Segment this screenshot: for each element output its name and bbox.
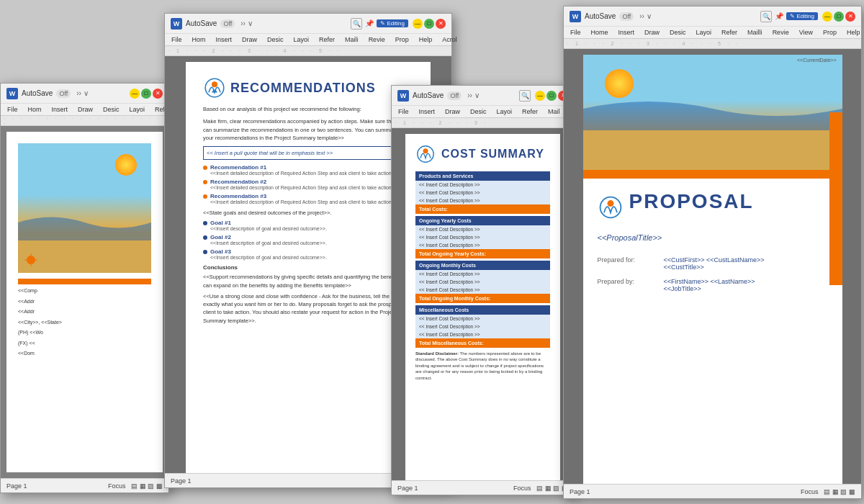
r2-prop[interactable]: Prop — [393, 35, 411, 44]
r4-refer[interactable]: Refer — [719, 28, 739, 37]
proposal-sand — [583, 130, 842, 170]
cost-section-monthly: Ongoing Monthly Costs << Insert Cost Des… — [415, 261, 550, 303]
maximize-button-1[interactable]: □ — [141, 89, 151, 99]
r4-layout[interactable]: Layoi — [694, 28, 714, 37]
word-window-3[interactable]: W AutoSave Off ›› ∨ 🔍 — □ ✕ File Insert … — [391, 85, 575, 495]
proposal-accent-bar — [829, 112, 842, 285]
ribbon-layout-1[interactable]: Layoi — [127, 105, 148, 114]
r2-insert[interactable]: Insert — [214, 35, 235, 44]
focus-label-3[interactable]: Focus — [513, 485, 531, 492]
r4-view[interactable]: View — [797, 28, 815, 37]
yearly-header: Ongoing Yearly Costs — [415, 216, 550, 225]
r3-insert[interactable]: Insert — [417, 107, 438, 116]
title-bar-3: W AutoSave Off ›› ∨ 🔍 — □ ✕ — [392, 86, 574, 106]
ribbon-file-1[interactable]: File — [5, 105, 20, 114]
page-number-2: Page 1 — [171, 477, 192, 485]
autosave-toggle-4[interactable]: Off — [619, 12, 634, 21]
r2-file[interactable]: File — [169, 35, 184, 44]
disclaimer-label: Standard Disclaimer: — [415, 351, 459, 356]
r3-file[interactable]: File — [396, 107, 411, 116]
close-button-1[interactable]: ✕ — [153, 89, 163, 99]
products-header: Products and Services — [415, 171, 550, 181]
prepared-for-label: Prepared for: — [598, 256, 655, 271]
more-button-4[interactable]: ›› ∨ — [637, 12, 653, 20]
close-button-4[interactable]: ✕ — [845, 12, 855, 22]
r4-insert[interactable]: Insert — [616, 28, 637, 37]
yearly-total: Total Ongoing Yearly Costs: — [415, 249, 550, 258]
status-bar-1: Page 1 Focus ▤ ▦ ▨ ▩ — [1, 478, 168, 492]
search-box-3[interactable]: 🔍 — [519, 90, 531, 102]
r3-layout[interactable]: Layoi — [495, 107, 515, 116]
word-window-4[interactable]: W AutoSave Off ›› ∨ 🔍 📌 ✎ Editing — □ ✕ … — [563, 6, 862, 499]
minimize-button-2[interactable]: — — [413, 19, 423, 29]
r2-home[interactable]: Hom — [190, 35, 208, 44]
r4-file[interactable]: File — [568, 28, 583, 37]
monthly-row-2: << Insert Cost Description >> — [415, 278, 550, 286]
autosave-toggle-1[interactable]: Off — [56, 89, 71, 98]
r2-layout[interactable]: Layoi — [292, 35, 312, 44]
r2-design[interactable]: Desic — [265, 35, 286, 44]
prepared-for-field: Prepared for: <<CustFirst>> <<CustLastNa… — [598, 256, 828, 271]
r3-design[interactable]: Desic — [468, 107, 489, 116]
focus-label-4[interactable]: Focus — [801, 488, 819, 495]
editing-badge-2: ✎ Editing — [377, 19, 408, 27]
goal-item-3: Goal #3 <<Insert description of goal and… — [203, 248, 413, 260]
search-box-2[interactable]: 🔍 — [351, 18, 362, 30]
r3-mail[interactable]: Mail — [546, 107, 562, 116]
doc1-field-5: (PH) <<Wo — [18, 329, 151, 337]
rec-heading: RECOMMENDATIONS — [230, 81, 376, 96]
more-button-2[interactable]: ›› ∨ — [238, 19, 254, 27]
rec-highlight: << Insert a pull quote that will be in e… — [203, 146, 413, 160]
cost-section-products: Products and Services << Insert Cost Des… — [415, 171, 550, 214]
r4-design[interactable]: Desic — [667, 28, 688, 37]
view-icons-1: ▤ ▦ ▨ ▩ — [131, 482, 163, 490]
ribbon-3: File Insert Draw Desic Layoi Refer Mail … — [392, 106, 574, 118]
ribbon-insert-1[interactable]: Insert — [50, 105, 71, 114]
doc-page-1: <<Comp <<Addr <<Addr <<City>>, <<State> … — [6, 132, 163, 472]
autosave-toggle-2[interactable]: Off — [220, 19, 235, 28]
r2-refer[interactable]: Refer — [317, 35, 337, 44]
maximize-button-4[interactable]: □ — [834, 12, 844, 22]
r4-help[interactable]: Help — [845, 28, 863, 37]
doc-area-1: <<Comp <<Addr <<Addr <<City>>, <<State> … — [1, 126, 168, 478]
rec-header: RECOMMENDATIONS — [203, 76, 413, 99]
minimize-button-4[interactable]: — — [822, 12, 832, 22]
r2-review[interactable]: Revie — [366, 35, 387, 44]
title-bar-2: W AutoSave Off ›› ∨ 🔍 📌 ✎ Editing — □ ✕ — [165, 14, 451, 34]
r3-draw[interactable]: Draw — [443, 107, 462, 116]
r3-refer[interactable]: Refer — [520, 107, 540, 116]
r4-prop[interactable]: Prop — [821, 28, 839, 37]
misc-row-2: << Insert Cost Description >> — [415, 323, 550, 330]
r2-help[interactable]: Help — [417, 35, 435, 44]
r4-home[interactable]: Home — [589, 28, 611, 37]
focus-label-1[interactable]: Focus — [108, 482, 126, 490]
r4-mail[interactable]: Mailli — [745, 28, 765, 37]
cost-section-yearly: Ongoing Yearly Costs << Insert Cost Desc… — [415, 216, 550, 258]
ribbon-draw-1[interactable]: Draw — [76, 105, 95, 114]
prepared-for-value: <<CustFirst>> <<CustLastName>><<CustTitl… — [664, 256, 765, 271]
search-box-4[interactable]: 🔍 — [760, 11, 772, 22]
ruler-4: · 1 · · · 2 · · · 3 · · · 4 · · · 5 · · — [564, 39, 861, 49]
page-number-3: Page 1 — [397, 485, 418, 492]
more-button-1[interactable]: ›› ∨ — [74, 89, 90, 97]
doc-page-3: COST SUMMARY Products and Services << In… — [405, 134, 560, 480]
autosave-label-2: AutoSave — [186, 19, 217, 27]
more-button-3[interactable]: ›› ∨ — [465, 91, 481, 99]
ribbon-home-1[interactable]: Hom — [26, 105, 44, 114]
minimize-button-1[interactable]: — — [130, 89, 140, 99]
autosave-toggle-3[interactable]: Off — [447, 91, 462, 100]
ruler-3: · 1 · · · 2 · · · 3 · — [392, 118, 574, 128]
ribbon-design-1[interactable]: Desic — [101, 105, 122, 114]
doc-area-3: COST SUMMARY Products and Services << In… — [392, 128, 574, 480]
ribbon-1: File Hom Insert Draw Desic Layoi Refer M… — [1, 104, 168, 116]
r4-review[interactable]: Revie — [770, 28, 791, 37]
r2-mail[interactable]: Maili — [343, 35, 361, 44]
close-button-2[interactable]: ✕ — [436, 19, 446, 29]
r4-draw[interactable]: Draw — [642, 28, 662, 37]
minimize-button-3[interactable]: — — [535, 91, 545, 101]
r2-acro[interactable]: Acrol — [440, 35, 459, 44]
r2-draw[interactable]: Draw — [240, 35, 259, 44]
word-window-1[interactable]: W AutoSave Off ›› ∨ — □ ✕ File Hom Inser… — [0, 83, 169, 493]
maximize-button-2[interactable]: □ — [424, 19, 434, 29]
maximize-button-3[interactable]: □ — [546, 91, 557, 101]
